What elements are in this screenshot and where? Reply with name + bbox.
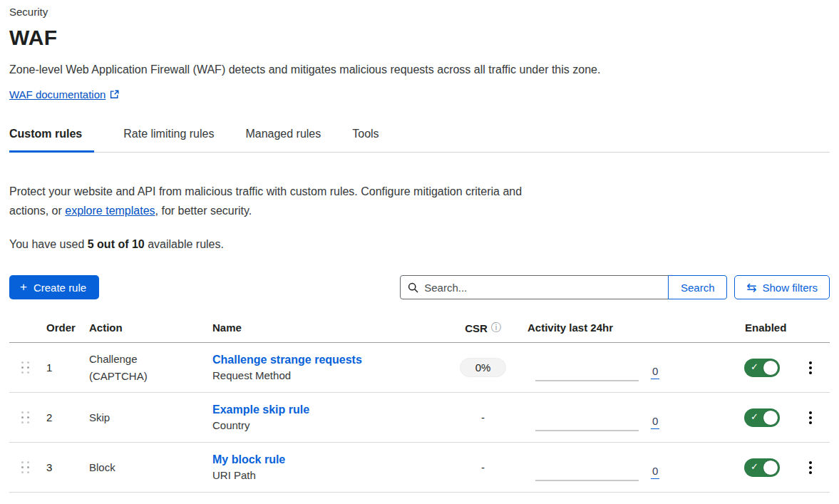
plus-icon: +	[20, 281, 27, 293]
check-icon: ✓	[751, 411, 758, 422]
header-activity: Activity last 24hr	[524, 322, 734, 334]
enabled-toggle[interactable]: ✓	[744, 408, 780, 427]
kebab-menu-button[interactable]	[806, 458, 815, 477]
enabled-cell: ✓	[734, 408, 791, 427]
tab-bar: Custom rules Rate limiting rules Managed…	[9, 128, 830, 153]
csr-value: -	[481, 411, 485, 423]
waf-page: Security WAF Zone-level Web Application …	[0, 0, 839, 493]
rule-action-line1: Challenge	[89, 351, 212, 368]
header-enabled: Enabled	[734, 322, 791, 334]
activity-cell: 0	[524, 343, 734, 392]
create-rule-button[interactable]: + Create rule	[9, 275, 99, 299]
intro-after: , for better security.	[155, 205, 252, 217]
table-row: 3 Block My block rule URI Path - 0 ✓	[9, 443, 830, 493]
header-csr: CSR ⓘ	[465, 322, 501, 334]
enabled-cell: ✓	[734, 458, 791, 477]
rule-name-cell: Example skip rule Country	[212, 403, 442, 431]
rule-field: Request Method	[212, 369, 442, 381]
enabled-cell: ✓	[734, 359, 791, 377]
search-button[interactable]: Search	[668, 275, 727, 299]
header-name: Name	[212, 322, 442, 334]
rule-action-line1: Skip	[89, 409, 212, 426]
rule-order: 3	[46, 461, 89, 473]
rule-name-link[interactable]: Example skip rule	[212, 403, 309, 416]
rule-order: 1	[46, 361, 89, 374]
table-row: 1 Challenge (CAPTCHA) Challenge strange …	[9, 343, 830, 393]
header-order: Order	[46, 322, 89, 334]
toggle-knob	[763, 360, 778, 376]
activity-count-link[interactable]: 0	[651, 465, 659, 479]
tab-rate-limiting-rules[interactable]: Rate limiting rules	[123, 128, 216, 153]
rule-name-cell: My block rule URI Path	[212, 453, 442, 481]
rule-action-line1: Block	[89, 459, 212, 476]
search-icon	[408, 282, 418, 293]
toolbar: + Create rule Search ⇆ Show filters	[9, 275, 830, 299]
breadcrumb: Security	[9, 6, 830, 18]
check-icon: ✓	[751, 361, 758, 372]
intro-text: Protect your website and API from malici…	[9, 182, 540, 220]
csr-badge: 0%	[460, 358, 507, 377]
rules-table: Order Action Name CSR ⓘ Activity last 24…	[9, 322, 830, 493]
rule-order: 2	[46, 411, 89, 423]
activity-sparkline	[535, 380, 639, 381]
doc-link-label: WAF documentation	[9, 88, 105, 101]
search-input[interactable]	[424, 282, 661, 294]
page-description: Zone-level Web Application Firewall (WAF…	[9, 63, 830, 76]
rule-field: URI Path	[212, 469, 442, 481]
csr-value: 0%	[460, 358, 507, 377]
explore-templates-link[interactable]: explore templates	[65, 205, 155, 217]
table-header-row: Order Action Name CSR ⓘ Activity last 24…	[9, 322, 830, 343]
drag-handle-icon[interactable]	[21, 361, 29, 374]
activity-sparkline	[535, 480, 639, 481]
rule-action-line2: (CAPTCHA)	[89, 368, 212, 385]
tab-tools[interactable]: Tools	[352, 128, 381, 153]
enabled-toggle[interactable]: ✓	[744, 458, 780, 477]
search-box	[400, 275, 669, 299]
drag-handle-icon[interactable]	[21, 411, 29, 423]
rule-action: Challenge (CAPTCHA)	[89, 351, 212, 385]
search-group: Search	[400, 275, 727, 299]
activity-count-link[interactable]: 0	[651, 415, 659, 429]
page-title: WAF	[9, 26, 830, 50]
activity-count-link[interactable]: 0	[651, 365, 659, 379]
tab-managed-rules[interactable]: Managed rules	[245, 128, 323, 153]
rule-action: Block	[89, 459, 212, 476]
rule-action: Skip	[89, 409, 212, 426]
show-filters-label: Show filters	[762, 282, 818, 294]
rule-name-cell: Challenge strange requests Request Metho…	[212, 354, 442, 381]
activity-sparkline	[535, 430, 639, 431]
csr-info-icon[interactable]: ⓘ	[491, 322, 501, 334]
rule-name-link[interactable]: My block rule	[212, 453, 285, 466]
filters-arrows-icon: ⇆	[746, 282, 756, 294]
header-csr-label: CSR	[465, 322, 488, 334]
kebab-menu-button[interactable]	[806, 408, 815, 427]
toggle-knob	[763, 410, 778, 426]
table-row: 2 Skip Example skip rule Country - 0 ✓	[9, 393, 830, 443]
usage-prefix: You have used	[9, 238, 88, 250]
tab-custom-rules[interactable]: Custom rules	[9, 128, 94, 153]
usage-text: You have used 5 out of 10 available rule…	[9, 238, 830, 251]
create-rule-label: Create rule	[34, 282, 86, 294]
rule-name-link[interactable]: Challenge strange requests	[212, 354, 362, 366]
usage-count: 5 out of 10	[88, 238, 145, 250]
activity-cell: 0	[524, 443, 734, 492]
drag-handle-icon[interactable]	[21, 461, 29, 473]
rule-field: Country	[212, 419, 442, 431]
show-filters-button[interactable]: ⇆ Show filters	[734, 275, 830, 299]
check-icon: ✓	[751, 461, 758, 472]
enabled-toggle[interactable]: ✓	[744, 359, 780, 377]
external-link-icon	[110, 90, 119, 99]
header-action: Action	[89, 322, 212, 334]
waf-documentation-link[interactable]: WAF documentation	[9, 88, 119, 101]
usage-suffix: available rules.	[145, 238, 224, 250]
kebab-menu-button[interactable]	[806, 359, 815, 377]
csr-value: -	[481, 461, 485, 473]
activity-cell: 0	[524, 393, 734, 442]
toggle-knob	[763, 460, 778, 475]
